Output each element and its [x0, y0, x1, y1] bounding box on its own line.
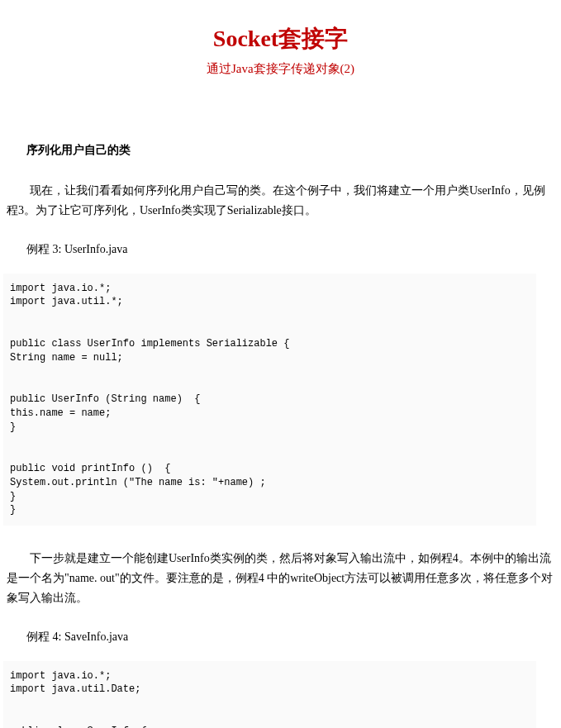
- code-label-2: 例程 4: SaveInfo.java: [26, 630, 561, 645]
- code-block-2: import java.io.*; import java.util.Date;…: [3, 661, 536, 728]
- page-title: Socket套接字: [0, 23, 561, 55]
- page-subtitle: 通过Java套接字传递对象(2): [0, 61, 561, 77]
- paragraph-2: 下一步就是建立一个能创建UserInfo类实例的类，然后将对象写入输出流中，如例…: [7, 549, 554, 607]
- code-block-1: import java.io.*; import java.util.*; pu…: [3, 274, 536, 526]
- section-heading: 序列化用户自己的类: [26, 143, 561, 158]
- code-label-1: 例程 3: UserInfo.java: [26, 242, 561, 257]
- paragraph-1: 现在，让我们看看如何序列化用户自己写的类。在这个例子中，我们将建立一个用户类Us…: [7, 181, 554, 221]
